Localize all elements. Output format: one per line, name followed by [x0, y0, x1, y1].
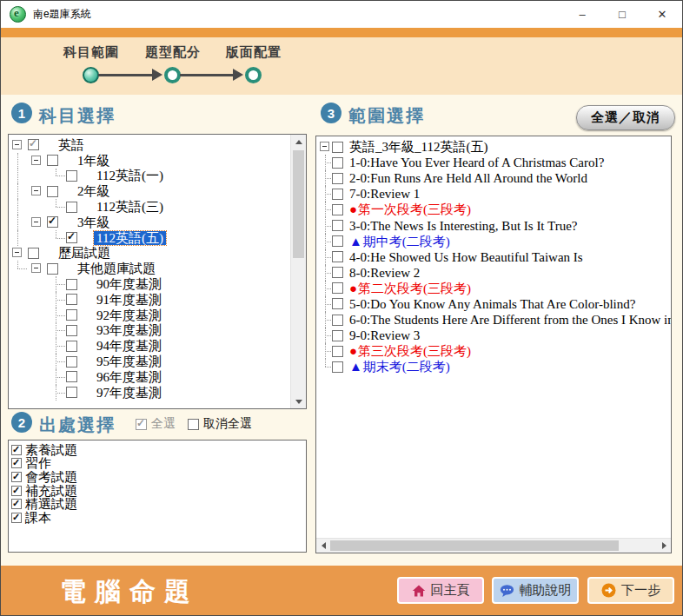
- tree-item[interactable]: 1-0:Have You Ever Heard of A Christmas C…: [316, 155, 671, 170]
- close-button[interactable]: ✕: [642, 1, 682, 28]
- expand-toggle[interactable]: [28, 153, 47, 169]
- tree-item-label[interactable]: 9-0:Review 3: [347, 328, 422, 342]
- tree-item[interactable]: 112英語(五): [9, 230, 291, 246]
- tree-item-label[interactable]: ▲期中考(二段考): [347, 235, 453, 248]
- tree-item-label[interactable]: 3年級: [75, 215, 113, 229]
- checkbox[interactable]: [11, 486, 22, 496]
- checkbox[interactable]: [66, 202, 77, 213]
- tree-item[interactable]: 英語_3年級_112英語(五): [316, 139, 671, 155]
- tree-item-label[interactable]: 94年度基測: [94, 339, 164, 353]
- checkbox[interactable]: [66, 387, 77, 398]
- tree-item-label[interactable]: 112英語(三): [94, 200, 166, 214]
- expand-toggle[interactable]: [28, 261, 47, 276]
- checkbox[interactable]: [332, 282, 343, 294]
- checkbox[interactable]: [332, 235, 343, 247]
- tree-item[interactable]: 92年度基測: [9, 308, 291, 323]
- expand-minus-icon[interactable]: [31, 156, 41, 165]
- checkbox[interactable]: [47, 186, 58, 197]
- tree-item[interactable]: 2-0:Fun Runs Are Held All Around the Wor…: [316, 170, 671, 186]
- checkbox[interactable]: [28, 248, 39, 259]
- list-item[interactable]: 補充試題: [9, 484, 306, 498]
- checkbox[interactable]: [332, 142, 343, 153]
- tree-item[interactable]: 英語: [9, 137, 291, 153]
- checkbox[interactable]: [332, 204, 343, 215]
- tree-item-label[interactable]: 112英語(五): [94, 231, 166, 245]
- tree-item[interactable]: 112英語(一): [9, 169, 291, 184]
- tree-item-label[interactable]: 1年級: [75, 154, 113, 168]
- tree-item[interactable]: ●第二次段考(三段考): [316, 281, 671, 296]
- list-item[interactable]: 習作: [9, 457, 306, 471]
- tree-item[interactable]: 4-0:He Showed Us How Beautiful Taiwan Is: [316, 249, 671, 265]
- tree-item-label[interactable]: 5-0:Do You Know Any Animals That Are Col…: [347, 297, 638, 311]
- tree-item-label[interactable]: 96年度基測: [94, 370, 164, 384]
- tree-item-label[interactable]: ●第二次段考(三段考): [347, 282, 474, 295]
- tree-item-label[interactable]: 7-0:Review 1: [347, 187, 422, 201]
- tree-item-label[interactable]: 91年度基測: [94, 293, 164, 307]
- range-tree-scrollbar[interactable]: [316, 538, 671, 553]
- checkbox[interactable]: [332, 330, 343, 341]
- tree-item[interactable]: 91年度基測: [9, 292, 291, 308]
- checkbox[interactable]: [66, 341, 77, 352]
- tree-item-label[interactable]: 97年度基測: [94, 386, 164, 400]
- expand-minus-icon[interactable]: [12, 140, 22, 149]
- checkbox[interactable]: [332, 173, 343, 184]
- tree-item-label[interactable]: 歷屆試題: [56, 246, 113, 260]
- scroll-up-button[interactable]: [291, 135, 306, 149]
- tree-item[interactable]: 97年度基測: [9, 385, 291, 401]
- scroll-left-button[interactable]: [316, 539, 330, 553]
- checkbox[interactable]: [66, 371, 77, 382]
- tree-item[interactable]: ●第一次段考(三段考): [316, 202, 671, 217]
- checkbox[interactable]: [66, 279, 77, 290]
- tree-item-label[interactable]: 95年度基測: [94, 354, 164, 368]
- tree-item[interactable]: 96年度基測: [9, 369, 291, 385]
- tree-item-label[interactable]: 112英語(一): [94, 169, 166, 182]
- tree-item[interactable]: 94年度基測: [9, 338, 291, 354]
- checkbox[interactable]: [11, 513, 22, 523]
- minimize-button[interactable]: –: [562, 1, 602, 28]
- tree-item-label[interactable]: 90年度基測: [94, 277, 164, 291]
- checkbox[interactable]: [47, 155, 58, 166]
- tree-item-label[interactable]: ●第三次段考(三段考): [347, 344, 474, 358]
- select-all-toggle-button[interactable]: 全選／取消: [576, 105, 675, 130]
- checkbox[interactable]: [332, 346, 343, 357]
- tree-item[interactable]: ▲期中考(二段考): [316, 234, 671, 249]
- checkbox[interactable]: [332, 251, 343, 262]
- tree-item[interactable]: 2年級: [9, 183, 291, 199]
- tree-item[interactable]: 93年度基測: [9, 323, 291, 339]
- tree-item-label[interactable]: 2-0:Fun Runs Are Held All Around the Wor…: [347, 171, 590, 185]
- tree-item-label[interactable]: ●第一次段考(三段考): [347, 202, 474, 216]
- tree-item-label[interactable]: 其他題庫試題: [75, 262, 158, 275]
- tree-item-label[interactable]: 4-0:He Showed Us How Beautiful Taiwan Is: [347, 250, 586, 264]
- tree-item[interactable]: ●第三次段考(三段考): [316, 343, 671, 359]
- checkbox[interactable]: [332, 189, 343, 200]
- subject-tree-scrollbar[interactable]: [290, 135, 306, 408]
- expand-toggle[interactable]: [9, 137, 28, 153]
- tree-item-label[interactable]: 8-0:Review 2: [347, 266, 422, 280]
- checkbox[interactable]: [332, 220, 343, 231]
- tree-item[interactable]: 7-0:Review 1: [316, 186, 671, 202]
- expand-minus-icon[interactable]: [31, 217, 41, 227]
- tree-item[interactable]: 8-0:Review 2: [316, 265, 671, 281]
- next-step-button[interactable]: 下一步: [587, 577, 674, 604]
- list-item[interactable]: 課本: [9, 511, 306, 525]
- list-item[interactable]: 素養試題: [9, 443, 306, 457]
- tree-item[interactable]: 95年度基測: [9, 354, 291, 369]
- checkbox[interactable]: [11, 499, 22, 509]
- checkbox[interactable]: [11, 445, 22, 455]
- checkbox[interactable]: [332, 157, 343, 169]
- checkbox[interactable]: [66, 170, 77, 182]
- tree-item-label[interactable]: 3-0:The News Is Interesting, But Is It T…: [347, 219, 580, 233]
- list-item[interactable]: 會考試題: [9, 470, 306, 484]
- tree-item-label[interactable]: 92年度基測: [94, 308, 164, 322]
- list-item[interactable]: 精選試題: [9, 497, 306, 511]
- tree-item[interactable]: 90年度基測: [9, 276, 291, 292]
- checkbox[interactable]: [47, 216, 58, 228]
- checkbox[interactable]: [66, 325, 77, 336]
- tree-item[interactable]: 其他題庫試題: [9, 261, 291, 276]
- checkbox[interactable]: [332, 315, 343, 326]
- expand-minus-icon[interactable]: [12, 248, 22, 257]
- expand-minus-icon[interactable]: [31, 186, 41, 195]
- tree-item[interactable]: 6-0:The Students Here Are Different from…: [316, 312, 671, 328]
- expand-toggle[interactable]: [9, 246, 28, 262]
- checkbox[interactable]: [332, 361, 343, 373]
